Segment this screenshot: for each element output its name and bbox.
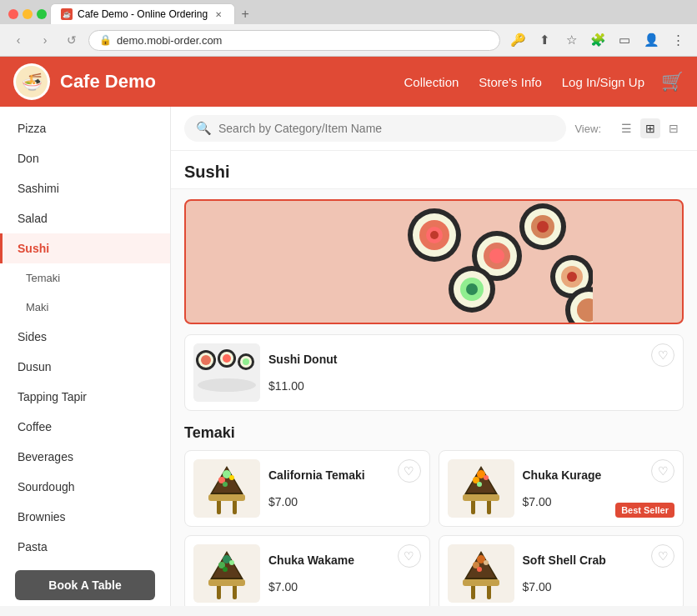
sidebar-item-sourdough[interactable]: Sourdough xyxy=(0,472,170,502)
view-label: View: xyxy=(574,123,601,135)
product-card-sushi-donut[interactable]: Sushi Donut $11.00 ♡ xyxy=(184,334,684,411)
url-text: demo.mobi-order.com xyxy=(117,34,222,47)
close-button[interactable] xyxy=(8,9,18,19)
back-button[interactable]: ‹ xyxy=(8,30,28,50)
product-card-soft-shell-crab[interactable]: Soft Shell Crab $7.00 ♡ xyxy=(439,535,684,606)
svg-rect-47 xyxy=(471,499,475,514)
svg-point-44 xyxy=(229,475,234,480)
key-icon[interactable]: 🔑 xyxy=(507,29,529,51)
sidebar-item-tapping-tapir[interactable]: Tapping Tapir xyxy=(0,382,170,412)
sidebar-item-don[interactable]: Don xyxy=(0,143,170,173)
sidebar-item-pizza[interactable]: Pizza xyxy=(0,113,170,143)
share-icon[interactable]: ⬆ xyxy=(534,29,555,51)
browser-chrome: ☕ Cafe Demo - Online Ordering ✕ + ‹ › ↺ … xyxy=(0,0,697,57)
svg-point-32 xyxy=(223,354,231,363)
traffic-lights xyxy=(8,9,47,19)
browser-tab[interactable]: ☕ Cafe Demo - Online Ordering ✕ xyxy=(50,3,235,24)
svg-point-5 xyxy=(430,231,439,239)
sidebar-item-sashimi[interactable]: Sashimi xyxy=(0,173,170,203)
list-view-button[interactable]: ☰ xyxy=(616,118,637,138)
best-seller-badge-chuka-kurage: Best Seller xyxy=(615,503,674,518)
search-input[interactable] xyxy=(218,122,554,135)
product-thumbnail-california-temaki xyxy=(193,459,260,518)
lock-icon: 🔒 xyxy=(99,34,112,46)
product-price-chuka-wakame: $7.00 xyxy=(268,580,421,593)
content-area: 🔍 View: ☰ ⊞ ⊟ Sushi xyxy=(171,107,697,606)
svg-rect-59 xyxy=(208,579,245,586)
extensions-icon[interactable]: 🧩 xyxy=(587,29,609,51)
grid-view-button[interactable]: ⊞ xyxy=(640,118,660,138)
address-bar[interactable]: 🔒 demo.mobi-order.com xyxy=(88,30,500,51)
minimize-button[interactable] xyxy=(23,9,33,19)
product-card-chuka-kurage[interactable]: Chuka Kurage $7.00 ♡ Best Seller xyxy=(439,450,684,527)
favorite-button-chuka-kurage[interactable]: ♡ xyxy=(651,459,674,483)
header-nav: Collection Store's Info Log In/Sign Up xyxy=(404,75,644,89)
nav-collection[interactable]: Collection xyxy=(404,75,459,89)
svg-point-21 xyxy=(567,272,577,282)
sidebar-item-brownies[interactable]: Brownies xyxy=(0,502,170,532)
svg-rect-57 xyxy=(217,584,221,599)
user-profile-icon[interactable]: 👤 xyxy=(640,29,662,51)
product-card-chuka-wakame[interactable]: Chuka Wakame $7.00 ♡ xyxy=(184,535,430,606)
svg-point-75 xyxy=(477,567,482,572)
tile-view-button[interactable]: ⊟ xyxy=(664,118,684,138)
browser-nav-icons: 🔑 ⬆ ☆ 🧩 ▭ 👤 ⋮ xyxy=(507,29,689,51)
svg-point-74 xyxy=(484,560,489,565)
svg-rect-69 xyxy=(463,579,499,586)
sidebar-item-pasta[interactable]: Pasta xyxy=(0,532,170,562)
reload-button[interactable]: ↺ xyxy=(62,30,82,50)
sidebar-item-sides[interactable]: Sides xyxy=(0,322,170,352)
tab-bar: ☕ Cafe Demo - Online Ordering ✕ + xyxy=(0,0,697,24)
tab-favicon: ☕ xyxy=(61,8,73,20)
favorite-button-chuka-wakame[interactable]: ♡ xyxy=(398,544,421,568)
chuka-kurage-image xyxy=(448,459,514,518)
nav-stores-info[interactable]: Store's Info xyxy=(479,75,541,89)
product-card-california-temaki[interactable]: California Temaki $7.00 ♡ xyxy=(184,450,430,527)
hero-image xyxy=(184,199,684,324)
sidebar-item-beverages[interactable]: Beverages xyxy=(0,442,170,472)
new-tab-button[interactable]: + xyxy=(238,8,252,20)
product-price-sushi-donut: $11.00 xyxy=(268,379,674,393)
product-price-california-temaki: $7.00 xyxy=(268,495,421,508)
favorite-button-sushi-donut[interactable]: ♡ xyxy=(651,343,674,367)
product-info-sushi-donut: Sushi Donut $11.00 xyxy=(268,353,674,393)
sidebar-item-dusun[interactable]: Dusun xyxy=(0,352,170,382)
nav-login[interactable]: Log In/Sign Up xyxy=(562,75,644,89)
sidebar-scroll-area: Pizza Don Sashimi Salad Sushi Temaki xyxy=(0,113,170,562)
sidebar-item-sushi[interactable]: Sushi xyxy=(0,233,170,263)
tab-close-icon[interactable]: ✕ xyxy=(213,8,224,20)
sushi-donut-image xyxy=(193,343,260,402)
product-thumbnail-chuka-kurage xyxy=(448,459,514,518)
book-table-button[interactable]: Book A Table xyxy=(15,570,155,600)
more-options-icon[interactable]: ⋮ xyxy=(667,29,689,51)
sidebar-item-maki[interactable]: Maki xyxy=(0,293,170,322)
svg-rect-48 xyxy=(487,499,491,514)
svg-rect-37 xyxy=(217,499,221,514)
sidebar-item-salad[interactable]: Salad xyxy=(0,203,170,233)
favorite-button-soft-shell-crab[interactable]: ♡ xyxy=(651,544,674,568)
svg-point-54 xyxy=(484,475,489,480)
app-body: Pizza Don Sashimi Salad Sushi Temaki xyxy=(0,107,697,606)
bookmark-icon[interactable]: ☆ xyxy=(560,29,582,51)
sidebar-item-coffee[interactable]: Coffee xyxy=(0,412,170,442)
favorite-button-california-temaki[interactable]: ♡ xyxy=(398,459,421,483)
sushi-donut-section: Sushi Donut $11.00 ♡ xyxy=(184,334,684,411)
product-price-soft-shell-crab: $7.00 xyxy=(523,580,675,593)
product-thumbnail-sushi-donut xyxy=(193,343,260,402)
svg-point-45 xyxy=(223,482,228,487)
logo-inner: 🍜 xyxy=(16,66,48,98)
view-icons: ☰ ⊞ ⊟ xyxy=(616,118,684,138)
sidebar-item-temaki[interactable]: Temaki xyxy=(0,263,170,293)
sidebar-footer: Book A Table xyxy=(0,562,170,606)
temaki-grid: California Temaki $7.00 ♡ xyxy=(184,450,684,606)
section-heading: Sushi xyxy=(171,151,697,189)
sidebar: Pizza Don Sashimi Salad Sushi Temaki xyxy=(0,107,171,606)
maximize-button[interactable] xyxy=(37,9,47,19)
chuka-wakame-image xyxy=(193,544,260,603)
search-icon: 🔍 xyxy=(196,121,212,136)
svg-point-26 xyxy=(198,378,256,392)
cart-icon[interactable]: 🛒 xyxy=(661,71,684,93)
forward-button[interactable]: › xyxy=(35,30,55,50)
svg-point-17 xyxy=(466,283,478,295)
sidebar-toggle-icon[interactable]: ▭ xyxy=(614,29,635,51)
